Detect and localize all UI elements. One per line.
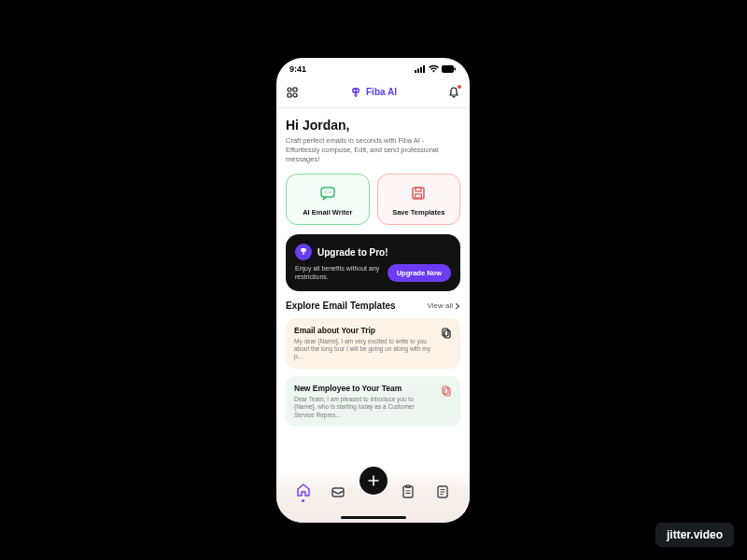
svg-rect-13 bbox=[321, 188, 334, 197]
status-bar: 9:41 bbox=[276, 58, 470, 80]
phone-frame: 9:41 Fiba AI Hi bbox=[276, 58, 470, 523]
copy-icon[interactable] bbox=[441, 384, 452, 395]
template-body: My dear {Name}, I am very excited to wri… bbox=[294, 338, 434, 361]
svg-point-14 bbox=[325, 192, 327, 194]
svg-rect-19 bbox=[301, 248, 306, 252]
brand: Fiba AI bbox=[349, 86, 397, 99]
watermark: jitter.video bbox=[655, 523, 734, 547]
tab-tasks[interactable] bbox=[397, 484, 419, 499]
view-all-link[interactable]: View all bbox=[428, 301, 460, 310]
quick-actions: AI Email Writer Save Templates bbox=[286, 174, 460, 225]
app-header: Fiba AI bbox=[276, 80, 470, 108]
pro-title: Upgrade to Pro! bbox=[317, 247, 388, 258]
compose-fab-button[interactable] bbox=[359, 467, 388, 495]
tab-home[interactable] bbox=[292, 483, 315, 502]
ai-email-writer-card[interactable]: AI Email Writer bbox=[286, 174, 370, 225]
cellular-icon bbox=[415, 65, 426, 73]
ai-email-writer-label: AI Email Writer bbox=[303, 208, 352, 217]
copy-icon[interactable] bbox=[441, 326, 452, 337]
wifi-icon bbox=[429, 65, 439, 73]
svg-rect-20 bbox=[443, 329, 448, 336]
svg-point-6 bbox=[288, 88, 291, 91]
tab-active-dot-icon bbox=[302, 499, 304, 502]
brand-name: Fiba AI bbox=[366, 87, 397, 97]
tab-inbox[interactable] bbox=[327, 484, 349, 499]
svg-rect-5 bbox=[455, 68, 457, 71]
templates-section-title: Explore Email Templates bbox=[286, 301, 396, 311]
home-indicator bbox=[341, 516, 406, 519]
svg-rect-2 bbox=[420, 67, 422, 73]
tab-library[interactable] bbox=[431, 484, 454, 499]
svg-rect-3 bbox=[423, 65, 425, 73]
save-templates-label: Save Templates bbox=[392, 208, 444, 217]
greeting-subtext: Craft perfect emails in seconds with Fib… bbox=[286, 136, 460, 164]
svg-rect-1 bbox=[417, 69, 419, 74]
svg-rect-18 bbox=[416, 194, 422, 198]
template-card[interactable]: New Employee to Your Team Dear Team, I a… bbox=[286, 376, 460, 427]
notification-bell-icon[interactable] bbox=[447, 86, 460, 99]
svg-rect-4 bbox=[442, 65, 454, 73]
svg-rect-23 bbox=[444, 388, 450, 396]
svg-rect-21 bbox=[444, 330, 450, 338]
svg-rect-22 bbox=[443, 386, 448, 394]
greeting-title: Hi Jordan, bbox=[286, 118, 460, 133]
notification-dot-icon bbox=[458, 85, 461, 89]
template-title: Email about Your Trip bbox=[294, 326, 452, 335]
save-icon bbox=[409, 184, 428, 203]
svg-rect-8 bbox=[288, 93, 291, 97]
pro-subtitle: Enjoy all benefits without any restricti… bbox=[295, 264, 388, 281]
view-all-label: View all bbox=[428, 301, 453, 310]
menu-icon[interactable] bbox=[286, 86, 299, 99]
status-icons bbox=[415, 65, 457, 73]
svg-point-12 bbox=[357, 90, 359, 91]
svg-point-9 bbox=[293, 93, 297, 97]
status-time: 9:41 bbox=[289, 64, 306, 74]
template-card[interactable]: Email about Your Trip My dear {Name}, I … bbox=[286, 318, 460, 369]
battery-icon bbox=[442, 65, 457, 73]
svg-rect-17 bbox=[416, 188, 421, 191]
svg-rect-0 bbox=[415, 70, 416, 73]
chevron-right-icon bbox=[455, 302, 460, 308]
svg-rect-7 bbox=[293, 88, 297, 91]
template-body: Dear Team, I am pleased to introduce you… bbox=[294, 396, 434, 419]
plus-icon bbox=[367, 474, 380, 487]
templates-section-header: Explore Email Templates View all bbox=[286, 301, 460, 311]
main-content: Hi Jordan, Craft perfect emails in secon… bbox=[276, 108, 470, 523]
brand-logo-icon bbox=[349, 86, 362, 99]
svg-point-11 bbox=[354, 90, 356, 91]
svg-point-15 bbox=[329, 192, 331, 194]
upgrade-pro-card: Upgrade to Pro! Enjoy all benefits witho… bbox=[286, 234, 460, 290]
chat-icon bbox=[318, 184, 337, 203]
svg-rect-16 bbox=[413, 188, 424, 199]
template-title: New Employee to Your Team bbox=[294, 384, 452, 393]
upgrade-now-button[interactable]: Upgrade Now bbox=[388, 264, 451, 282]
svg-rect-10 bbox=[352, 88, 359, 93]
pro-badge-icon bbox=[295, 244, 312, 260]
save-templates-card[interactable]: Save Templates bbox=[377, 174, 461, 225]
